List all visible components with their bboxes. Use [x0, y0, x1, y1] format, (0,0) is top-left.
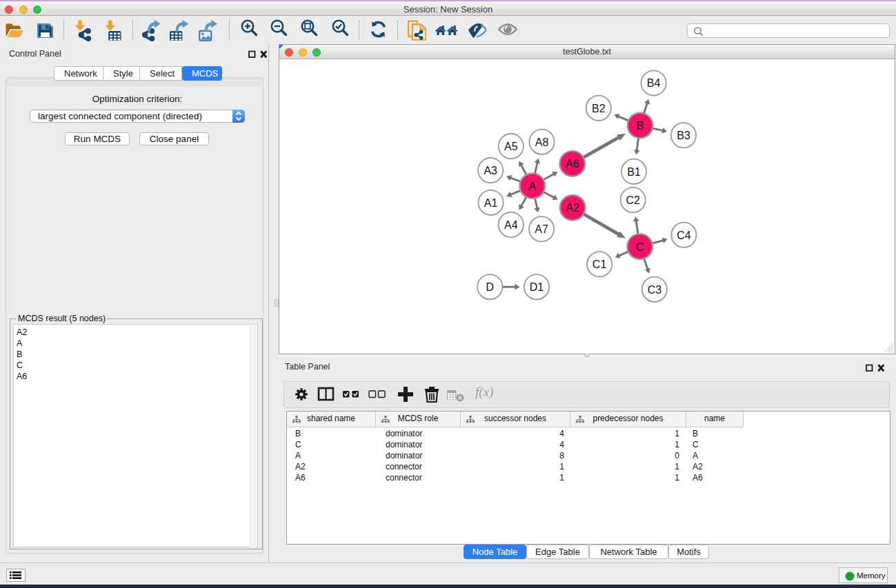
- svg-text:C: C: [636, 241, 644, 253]
- svg-text:D1: D1: [530, 281, 544, 293]
- svg-text:A1: A1: [484, 197, 498, 209]
- svg-text:C1: C1: [593, 258, 607, 270]
- svg-text:C3: C3: [648, 284, 662, 296]
- svg-text:B: B: [637, 120, 644, 132]
- svg-text:B1: B1: [627, 166, 641, 178]
- svg-text:A3: A3: [484, 165, 497, 176]
- svg-text:A2: A2: [566, 202, 579, 214]
- svg-text:A4: A4: [504, 219, 518, 231]
- svg-text:C2: C2: [626, 194, 640, 206]
- svg-text:D: D: [486, 281, 495, 293]
- svg-text:A5: A5: [504, 141, 518, 152]
- svg-text:A: A: [528, 181, 536, 192]
- svg-text:B2: B2: [592, 103, 606, 114]
- svg-text:B3: B3: [677, 130, 690, 141]
- svg-text:A6: A6: [566, 158, 579, 170]
- svg-text:A7: A7: [535, 223, 548, 235]
- svg-text:C4: C4: [677, 230, 691, 241]
- svg-text:A8: A8: [535, 136, 549, 148]
- svg-text:B4: B4: [647, 77, 661, 89]
